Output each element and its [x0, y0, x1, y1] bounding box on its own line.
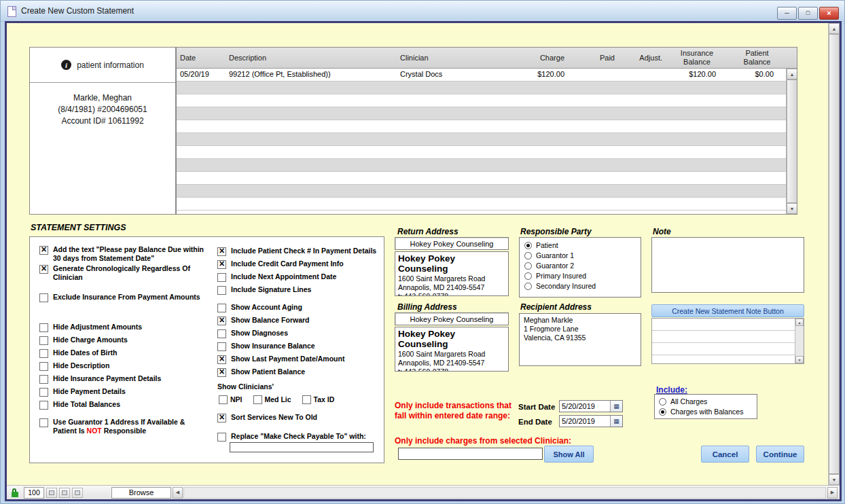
checkbox-med-lic[interactable]: Med Lic: [253, 395, 291, 404]
start-date-calendar-icon[interactable]: ▦: [610, 401, 622, 412]
form-scroll-up-icon[interactable]: ▲: [829, 23, 840, 34]
radio-primary-insured[interactable]: Primary Insured: [524, 272, 636, 280]
radio-guarantor-1[interactable]: Guarantor 1: [524, 251, 636, 259]
table-scroll-up-icon[interactable]: ▲: [787, 69, 797, 79]
checkbox-box: [219, 395, 228, 404]
form-scroll-down-icon[interactable]: ▼: [829, 474, 840, 485]
checkbox-show-patient-balance[interactable]: Show Patient Balance: [217, 367, 383, 377]
scroll-right-icon[interactable]: ▶: [827, 487, 838, 499]
checkbox-hide-charge-amounts[interactable]: Hide Charge Amounts: [39, 336, 208, 345]
checkbox-exclude-insurance[interactable]: Exclude Insurance From Payment Amounts: [39, 293, 208, 302]
checkbox-npi[interactable]: NPI: [219, 395, 242, 404]
note-input[interactable]: [651, 237, 804, 293]
checkbox-sort-services[interactable]: Sort Services New To Old: [217, 413, 383, 422]
statement-note-list[interactable]: ▲ ▼: [651, 318, 804, 364]
billing-address-line1: 1600 Saint Margarets Road: [398, 350, 505, 359]
checkbox-box: [39, 401, 48, 410]
note-scroll-down-icon[interactable]: ▼: [795, 356, 804, 363]
horizontal-scroll-track[interactable]: [183, 487, 826, 499]
show-clinicians-label: Show Clinicians': [217, 382, 274, 391]
checkbox-hide-payment-details[interactable]: Hide Payment Details: [39, 387, 208, 397]
end-date-calendar-icon[interactable]: ▦: [610, 416, 622, 427]
patient-details: Markle, Meghan (8/4/1981) #2004696051 Ac…: [30, 92, 175, 127]
end-date-field: ▦: [559, 415, 623, 427]
checkbox-label: Show Insurance Balance: [231, 342, 315, 350]
replace-payable-input[interactable]: [230, 442, 374, 452]
checkbox-hide-total-balances[interactable]: Hide Total Balances: [39, 400, 208, 410]
checkbox-hide-adjustment-amounts[interactable]: Hide Adjustment Amounts: [39, 323, 208, 332]
create-note-button[interactable]: Create New Statement Note Button: [651, 304, 804, 317]
checkbox-hide-description[interactable]: Hide Description: [39, 361, 208, 371]
checkbox-show-diagnoses[interactable]: Show Diagnoses: [217, 329, 383, 338]
checkbox-include-patient-check[interactable]: Include Patient Check # In Payment Detai…: [217, 247, 383, 256]
clinician-filter-input[interactable]: [398, 448, 543, 460]
checkbox-tax-id[interactable]: Tax ID: [302, 395, 335, 404]
billing-address-line3: t: 443-569-0778: [398, 367, 505, 372]
checkbox-include-next-appointment[interactable]: Include Next Appointment Date: [217, 272, 383, 282]
table-scroll-thumb[interactable]: [787, 79, 797, 203]
browse-mode-tab[interactable]: Browse: [111, 487, 171, 499]
checkbox-include-signature-lines[interactable]: Include Signature Lines: [217, 285, 383, 295]
start-date-input[interactable]: [560, 401, 610, 412]
table-row[interactable]: 05/20/19 99212 (Office Pt, Established))…: [177, 69, 786, 82]
scroll-left-icon[interactable]: ◀: [173, 487, 183, 499]
note-list-item: [652, 355, 795, 363]
radio-secondary-insured[interactable]: Secondary Insured: [524, 282, 636, 290]
note-scroll-up-icon[interactable]: ▲: [795, 319, 804, 326]
checkbox-add-text[interactable]: Add the text "Please pay Balance Due wit…: [39, 245, 208, 262]
window-controls: ─ □ ×: [776, 7, 839, 20]
table-scrollbar[interactable]: ▲ ▼: [786, 69, 797, 214]
checkbox-show-balance-forward[interactable]: Show Balance Forward: [217, 316, 383, 325]
note-list-item: [652, 319, 795, 331]
checkbox-hide-insurance-payment-details[interactable]: Hide Insurance Payment Details: [39, 374, 208, 384]
checkbox-box: [217, 342, 226, 351]
show-all-button[interactable]: Show All: [544, 446, 594, 463]
minimize-button[interactable]: ─: [777, 7, 797, 20]
checkbox-box: [39, 336, 48, 345]
statement-settings-heading: STATEMENT SETTINGS: [31, 223, 126, 232]
checkbox-hide-dates-of-birth[interactable]: Hide Dates of Birth: [39, 348, 208, 358]
end-date-input[interactable]: [560, 416, 610, 427]
radio-all-charges[interactable]: All Charges: [659, 397, 753, 406]
radio-charges-with-balances[interactable]: Charges with Balances: [659, 408, 753, 416]
checkbox-show-last-payment[interactable]: Show Last Payment Date/Amount: [217, 355, 383, 364]
status-view-button-1[interactable]: [46, 488, 57, 498]
cancel-button[interactable]: Cancel: [701, 446, 749, 463]
date-range-prompt-line1: Only include transactions that: [395, 401, 527, 411]
return-address-line2: Annapolis, MD 21409-5547: [398, 283, 505, 292]
status-view-button-3[interactable]: [72, 488, 83, 498]
close-button[interactable]: ×: [819, 7, 839, 20]
responsible-party-box: Patient Guarantor 1 Guarantor 2 Primary …: [519, 237, 641, 298]
radio-patient[interactable]: Patient: [524, 241, 636, 249]
checkbox-show-insurance-balance[interactable]: Show Insurance Balance: [217, 342, 383, 351]
note-list-item: [652, 331, 795, 343]
checkbox-use-guarantor-address[interactable]: Use Guarantor 1 Address If Available & P…: [39, 418, 208, 435]
checkbox-replace-payable[interactable]: Replace "Make Check Payable To" with:: [217, 432, 383, 442]
column-header-paid: Paid: [568, 48, 618, 68]
checkbox-show-account-aging[interactable]: Show Account Aging: [217, 303, 383, 312]
checkbox-generate-chronologically[interactable]: Generate Chronologically Regardless Of C…: [39, 264, 208, 281]
checkbox-include-credit-card[interactable]: Include Credit Card Payment Info: [217, 259, 383, 269]
continue-button[interactable]: Continue: [756, 446, 804, 463]
checkbox-label: Show Diagnoses: [231, 329, 288, 338]
status-view-button-2[interactable]: [59, 488, 70, 498]
checkbox-box: [217, 433, 226, 442]
patient-info-panel: i patient information Markle, Meghan (8/…: [29, 47, 176, 215]
radio-guarantor-2[interactable]: Guarantor 2: [524, 262, 636, 270]
checkbox-box: [253, 395, 262, 404]
billing-address-select[interactable]: Hokey Pokey Counseling: [395, 312, 509, 325]
empty-table-row: [177, 120, 786, 133]
form-scroll-thumb[interactable]: [829, 34, 840, 474]
checkbox-label: Use Guarantor 1 Address If Available & P…: [53, 418, 208, 435]
title-bar: Create New Custom Statement ─ □ ×: [1, 1, 844, 22]
note-list-scrollbar[interactable]: ▲ ▼: [795, 319, 804, 363]
checkbox-box: [217, 368, 226, 377]
maximize-button[interactable]: □: [798, 7, 818, 20]
guarantor-label-post: Responsible: [102, 427, 146, 435]
table-scroll-down-icon[interactable]: ▼: [787, 203, 797, 214]
recipient-line2: 1 Frogmore Lane: [524, 325, 636, 334]
return-address-select[interactable]: Hokey Pokey Counseling: [395, 237, 509, 250]
radio-label: Guarantor 2: [536, 262, 574, 270]
form-scrollbar[interactable]: ▲ ▼: [828, 23, 840, 485]
empty-table-row: [177, 198, 786, 211]
